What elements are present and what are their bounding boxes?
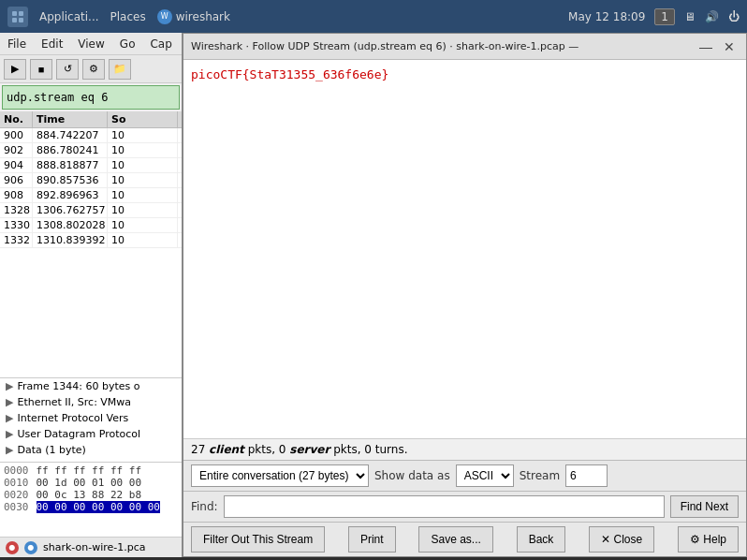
desktop-app-icon	[7, 7, 28, 27]
filter-bar: udp.stream eq 6	[2, 85, 180, 110]
table-row[interactable]: 900 884.742207 10	[0, 128, 182, 143]
desktop-places[interactable]: Places	[110, 10, 146, 23]
table-row[interactable]: 908 892.896963 10	[0, 188, 182, 203]
dialog-title: Wireshark · Follow UDP Stream (udp.strea…	[191, 40, 692, 52]
stream-number-input[interactable]	[565, 464, 608, 487]
dialog-minimize-btn[interactable]: —	[696, 37, 716, 56]
packet-src: 10	[108, 203, 178, 217]
left-panel: File Edit View Go Cap ▶ ■ ↺ ⚙ 📁 udp.stre…	[0, 33, 183, 557]
status-icon-red: ●	[6, 541, 19, 554]
stats-text: 27 client pkts, 0 server pkts, 0 turns.	[191, 443, 407, 456]
desktop-wireshark-label[interactable]: wireshark	[176, 10, 230, 23]
hex-bytes-2: 00 0c 13 88 22 b8	[37, 489, 142, 501]
packet-src: 10	[108, 173, 178, 187]
hex-addr-3: 0030	[4, 501, 29, 513]
hex-row-1: 0010 00 1d 00 01 00 00	[4, 477, 178, 489]
desktop-app-label[interactable]: Applicati...	[39, 10, 99, 23]
dialog-close-btn[interactable]: ✕	[720, 37, 739, 56]
desktop-right: May 12 18:09 1 🖥 🔊 ⏻	[568, 8, 740, 25]
packet-list[interactable]: No. Time So 900 884.742207 10 902 886.78…	[0, 111, 182, 377]
table-row[interactable]: 1332 1310.839392 10	[0, 233, 182, 248]
packet-no: 1332	[0, 233, 33, 247]
list-item[interactable]: ▶Internet Protocol Vers	[0, 410, 182, 426]
hex-addr-0: 0000	[4, 464, 29, 477]
hex-bytes-3-highlighted: 00 00 00 00 00 00 00	[37, 501, 160, 513]
hex-addr-2: 0020	[4, 489, 29, 501]
packet-time: 1306.762757	[33, 203, 108, 217]
list-item[interactable]: ▶User Datagram Protocol	[0, 426, 182, 442]
desktop-badge: 1	[654, 8, 675, 25]
table-row[interactable]: 906 890.857536 10	[0, 173, 182, 188]
client-label: client	[209, 443, 244, 456]
col-src-header: So	[108, 111, 178, 127]
dialog-controls: Entire conversation (27 bytes) Show data…	[183, 460, 746, 491]
expand-arrow: ▶	[6, 428, 13, 440]
status-bar: ● ● shark-on-wire-1.pca	[0, 537, 182, 557]
svg-rect-2	[12, 18, 17, 22]
detail-text: Internet Protocol Vers	[17, 412, 128, 424]
menu-capture[interactable]: Cap	[146, 36, 175, 52]
packet-header: No. Time So	[0, 111, 182, 128]
packet-no: 904	[0, 158, 33, 172]
list-item[interactable]: ▶Frame 1344: 60 bytes o	[0, 378, 182, 394]
find-input[interactable]	[224, 495, 665, 518]
filter-out-button[interactable]: Filter Out This Stream	[191, 526, 325, 553]
hex-panel: 0000 ff ff ff ff ff ff 0010 00 1d 00 01 …	[0, 462, 182, 537]
find-next-button[interactable]: Find Next	[670, 495, 739, 518]
dialog-stats: 27 client pkts, 0 server pkts, 0 turns.	[183, 438, 746, 460]
detail-text: Ethernet II, Src: VMwa	[17, 396, 131, 408]
packet-time: 888.818877	[33, 158, 108, 172]
print-button[interactable]: Print	[348, 526, 396, 553]
conversation-select[interactable]: Entire conversation (27 bytes)	[191, 464, 369, 487]
toolbar-stop-btn[interactable]: ■	[30, 59, 52, 80]
list-item[interactable]: ▶Ethernet II, Src: VMwa	[0, 394, 182, 410]
table-row[interactable]: 902 886.780241 10	[0, 143, 182, 158]
toolbar-options-btn[interactable]: ⚙	[82, 59, 105, 80]
hex-addr-1: 0010	[4, 477, 29, 489]
status-icon-blue: ●	[24, 541, 37, 554]
close-button[interactable]: ✕ Close	[589, 526, 654, 553]
packet-time: 1310.839392	[33, 233, 108, 247]
packet-no: 906	[0, 173, 33, 187]
table-row[interactable]: 1330 1308.802028 10	[0, 218, 182, 233]
dialog-findbar: Find: Find Next	[183, 491, 746, 522]
detail-text: Frame 1344: 60 bytes o	[17, 380, 139, 392]
packet-time: 892.896963	[33, 188, 108, 202]
packet-src: 10	[108, 158, 178, 172]
menu-file[interactable]: File	[4, 36, 30, 52]
expand-arrow: ▶	[6, 444, 13, 456]
filter-value[interactable]: udp.stream eq 6	[7, 91, 108, 104]
menu-edit[interactable]: Edit	[37, 36, 66, 52]
hex-row-2: 0020 00 0c 13 88 22 b8	[4, 489, 178, 501]
packet-src: 10	[108, 188, 178, 202]
packet-time: 886.780241	[33, 143, 108, 157]
desktop-datetime: May 12 18:09	[568, 10, 645, 23]
desktop-wireshark-item: W wireshark	[157, 9, 230, 24]
find-label: Find:	[191, 500, 218, 513]
table-row[interactable]: 1328 1306.762757 10	[0, 203, 182, 218]
col-no-header: No.	[0, 111, 33, 127]
toolbar-restart-btn[interactable]: ↺	[56, 59, 79, 80]
detail-text: User Datagram Protocol	[17, 428, 140, 440]
wireshark-icon: W	[157, 9, 172, 24]
list-item[interactable]: ▶Data (1 byte)	[0, 442, 182, 458]
hex-row-0: 0000 ff ff ff ff ff ff	[4, 464, 178, 477]
toolbar-open-btn[interactable]: 📁	[109, 59, 131, 80]
toolbar: ▶ ■ ↺ ⚙ 📁	[0, 55, 182, 83]
dialog-buttons: Filter Out This Stream Print Save as... …	[183, 522, 746, 556]
server-label: server	[289, 443, 330, 456]
svg-rect-0	[12, 11, 17, 16]
table-row[interactable]: 904 888.818877 10	[0, 158, 182, 173]
expand-arrow: ▶	[6, 380, 13, 392]
packet-no: 902	[0, 143, 33, 157]
menu-view[interactable]: View	[74, 36, 108, 52]
encoding-select[interactable]: ASCII	[456, 464, 514, 487]
udp-stream-dialog: Wireshark · Follow UDP Stream (udp.strea…	[183, 33, 747, 557]
packet-no: 1330	[0, 218, 33, 232]
save-as-button[interactable]: Save as...	[418, 526, 492, 553]
toolbar-start-btn[interactable]: ▶	[4, 59, 26, 80]
help-button[interactable]: ⚙ Help	[678, 526, 739, 553]
back-button[interactable]: Back	[517, 526, 566, 553]
menu-go[interactable]: Go	[116, 36, 139, 52]
hex-bytes-0: ff ff ff ff ff ff	[37, 464, 142, 477]
